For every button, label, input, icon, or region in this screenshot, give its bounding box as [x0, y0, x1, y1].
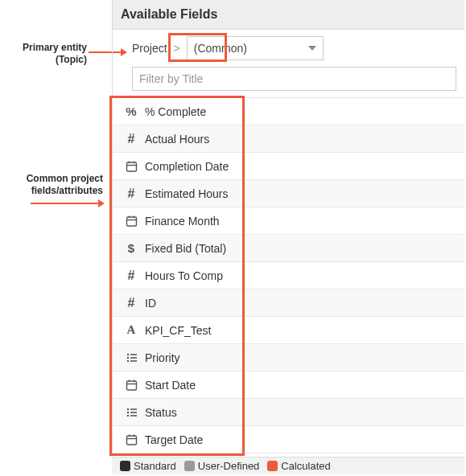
percent-icon: %: [122, 105, 140, 118]
legend-calculated: Calculated: [267, 460, 330, 472]
field-label: Status: [145, 406, 177, 419]
legend: Standard User-Defined Calculated: [112, 457, 464, 474]
field-row[interactable]: Target Date: [113, 426, 464, 453]
letter-a-icon: A: [122, 323, 140, 337]
field-label: Fixed Bid (Total): [145, 242, 226, 255]
list-icon: [122, 406, 140, 418]
hash-icon: #: [122, 296, 140, 310]
field-label: Target Date: [145, 433, 203, 446]
breadcrumb-root[interactable]: Project: [132, 42, 167, 55]
field-list: %% Complete#Actual HoursCompletion Date#…: [113, 97, 464, 453]
annotation-common-fields: Common project fields/attributes: [6, 173, 103, 197]
svg-marker-3: [98, 199, 105, 207]
filter-input[interactable]: [132, 67, 456, 91]
field-label: Completion Date: [145, 160, 229, 173]
legend-standard: Standard: [120, 460, 176, 472]
field-row[interactable]: Start Date: [113, 371, 464, 399]
field-row[interactable]: Status: [113, 399, 464, 426]
field-label: Priority: [145, 351, 180, 364]
available-fields-panel: Available Fields Project > (Common) %% C…: [112, 0, 464, 453]
hash-icon: #: [122, 269, 140, 283]
field-row[interactable]: #Actual Hours: [113, 125, 464, 153]
field-label: Hours To Comp: [145, 269, 223, 282]
panel-title: Available Fields: [113, 0, 464, 30]
breadcrumb-separator: >: [174, 42, 180, 55]
breadcrumb-select[interactable]: (Common): [187, 36, 324, 60]
field-label: ID: [145, 297, 156, 310]
field-label: Estimated Hours: [145, 187, 228, 200]
breadcrumb-selected: (Common): [194, 42, 247, 55]
field-label: Actual Hours: [145, 133, 209, 146]
calendar-icon: [122, 215, 140, 227]
field-label: Finance Month: [145, 215, 220, 228]
field-label: KPI_CF_Test: [145, 324, 211, 337]
calendar-icon: [122, 379, 140, 391]
field-row[interactable]: %% Complete: [113, 98, 464, 125]
dollar-icon: $: [122, 241, 140, 255]
calendar-icon: [122, 433, 140, 445]
field-row[interactable]: #ID: [113, 289, 464, 317]
arrow-icon: [31, 198, 105, 209]
list-icon: [122, 351, 140, 363]
annotation-primary-entity: Primary entity (Topic): [6, 42, 87, 66]
field-row[interactable]: AKPI_CF_Test: [113, 317, 464, 344]
field-row[interactable]: #Estimated Hours: [113, 180, 464, 207]
field-label: % Complete: [145, 105, 206, 118]
field-label: Start Date: [145, 379, 196, 392]
hash-icon: #: [122, 187, 140, 201]
hash-icon: #: [122, 132, 140, 146]
calendar-icon: [122, 160, 140, 172]
legend-user-defined: User-Defined: [184, 460, 260, 472]
field-row[interactable]: $Fixed Bid (Total): [113, 235, 464, 262]
breadcrumb: Project > (Common): [113, 30, 464, 67]
chevron-down-icon: [308, 46, 316, 51]
field-row[interactable]: Finance Month: [113, 207, 464, 235]
field-row[interactable]: Priority: [113, 344, 464, 371]
field-row[interactable]: #Hours To Comp: [113, 262, 464, 289]
filter-row: [113, 67, 464, 91]
field-row[interactable]: Completion Date: [113, 153, 464, 180]
